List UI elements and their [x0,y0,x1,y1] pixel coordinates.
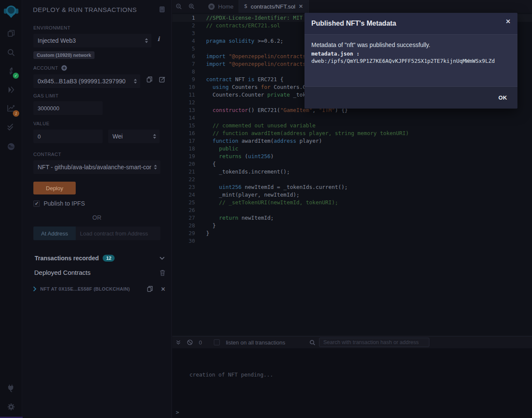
environment-value: Injected Web3 [38,37,147,44]
search-icon[interactable] [0,43,22,62]
code-line: 18 public [172,145,532,153]
publish-ipfs-checkbox[interactable] [33,200,40,207]
deploy-run-panel: DEPLOY & RUN TRANSACTIONS ENVIRONMENT In… [23,0,172,418]
plugin-manager-icon[interactable] [0,379,22,397]
icon-sidebar: ✓ 1 [0,0,22,418]
code-line: 28 } [172,222,532,230]
code-line: 17 function awardItem(address player) [172,137,532,145]
modal-title: Published NFT's Metadata [311,20,396,27]
network-badge: Custom (10920) network [33,51,95,59]
gas-limit-label: GAS LIMIT [33,93,171,98]
remix-home-icon [208,3,215,10]
code-line: 21 _tokenIds.increment(); [172,168,532,176]
select-arrows-icon [145,38,148,43]
clear-console-icon[interactable] [187,339,193,345]
value-unit: Wei [112,133,155,140]
account-value: 0x845...B1aB3 (999991.3297990 [38,78,136,85]
zoom-in-icon[interactable] [185,0,198,13]
environment-label: ENVIRONMENT [33,25,171,30]
file-explorer-icon[interactable] [0,24,22,43]
code-line: 23 uint256 newItemId = _tokenIds.current… [172,183,532,191]
terminal-search-icon [309,339,316,346]
tab-nft-sol[interactable]: S contracts/NFT.sol ✕ [239,0,309,13]
expand-terminal-icon[interactable] [176,340,181,345]
edit-account-icon[interactable] [159,76,166,83]
close-tab-icon[interactable]: ✕ [299,3,303,9]
remix-ide-app: ✓ 1 [0,0,532,418]
terminal-log-line: creation of NFT pending... [189,371,273,378]
code-line: 22 [172,176,532,183]
code-line: 30 [172,237,532,245]
code-line: 25 // _setTokenURI(newItemId, tokenURI); [172,199,532,206]
transactions-count-badge: 12 [103,255,115,262]
terminal-search-input[interactable] [319,338,429,347]
solidity-compiler-icon[interactable]: ✓ [0,62,22,80]
analysis-warning-badge: 1 [13,110,19,117]
modal-message: Metadata of "nft" was published successf… [311,41,511,48]
terminal-header: 0 listen on all transactions [172,336,532,348]
static-analysis-icon[interactable]: 1 [0,99,22,118]
value-label: VALUE [33,121,171,126]
compiler-success-badge: ✓ [13,73,19,79]
terminal-search-field [323,339,425,345]
code-line: 16 // function awardItem(address player,… [172,130,532,137]
transactions-recorded-label: Transactions recorded [35,255,99,262]
zoom-out-icon[interactable] [172,0,185,13]
settings-gear-icon[interactable] [0,397,22,416]
at-address-button[interactable]: At Address [33,227,76,240]
account-select[interactable]: 0x845...B1aB3 (999991.3297990 [33,74,140,88]
code-line: 27 return newItemId; [172,214,532,222]
gas-limit-value [38,105,98,112]
value-unit-select[interactable]: Wei [108,130,160,143]
contract-label: CONTRACT [33,152,171,157]
debugger-icon[interactable] [0,137,22,156]
unit-testing-icon[interactable] [0,118,22,136]
tab-home-label: Home [218,3,233,10]
chevron-down-icon[interactable] [160,256,165,260]
deployed-contract-label: NFT AT 0X15E...E558F (BLOCKCHAIN) [40,286,130,291]
listen-transactions-checkbox[interactable] [214,339,220,345]
copy-contract-icon[interactable] [147,286,153,292]
select-arrows-icon [134,79,137,84]
pending-tx-count: 0 [199,339,202,346]
modal-ok-button[interactable]: OK [499,94,508,101]
modal-close-icon[interactable]: ✕ [505,18,511,25]
remove-contract-icon[interactable]: ✕ [161,286,166,292]
tab-home[interactable]: Home [203,0,239,13]
terminal: 0 listen on all transactions creation of… [172,336,532,418]
deployed-contract-item[interactable]: NFT AT 0X15E...E558F (BLOCKCHAIN) ✕ [23,286,171,292]
docs-book-icon[interactable] [159,6,166,13]
environment-select[interactable]: Injected Web3 [33,34,151,47]
at-address-input[interactable] [76,227,160,240]
solidity-file-icon: S [244,3,247,9]
gas-limit-input[interactable] [33,101,103,115]
copy-account-icon[interactable] [146,76,153,83]
deployed-contracts-label: Deployed Contracts [34,269,91,276]
tab-bar: Home S contracts/NFT.sol ✕ [172,0,532,13]
select-arrows-icon [154,165,157,170]
code-line: 20 { [172,160,532,168]
panel-title: DEPLOY & RUN TRANSACTIONS [33,6,137,13]
deploy-button[interactable]: Deploy [33,182,76,194]
contract-select[interactable]: NFT - github/ava-labs/avalanche-smart-co… [33,160,160,174]
remix-logo-icon[interactable] [0,2,22,21]
modal-metadata-filename: metadata.json : [311,50,511,57]
value-amount [38,133,98,140]
code-line: 14 [172,114,532,122]
environment-info-icon[interactable]: i [157,35,160,42]
publish-ipfs-label: Publish to IPFS [44,200,85,207]
value-input[interactable] [33,130,103,143]
terminal-prompt[interactable]: > [176,409,179,415]
code-line: 24 _mint(player, newItemId); [172,191,532,199]
trash-icon[interactable] [160,269,166,276]
deploy-and-run-icon[interactable] [0,80,22,99]
contract-value: NFT - github/ava-labs/avalanche-smart-co… [38,164,156,171]
code-line: 15 // commented out unused variable [172,122,532,130]
add-account-icon[interactable] [61,65,67,71]
published-metadata-modal: Published NFT's Metadata ✕ Metadata of "… [304,13,517,109]
chevron-right-icon[interactable] [33,286,36,291]
code-line: 29} [172,230,532,237]
modal-ipfs-url: dweb:/ipfs/QmYL9P1Z7KE6AQvKJPFF52SX1p2TE… [311,58,511,64]
account-label: ACCOUNT [33,65,58,71]
tab-nft-sol-label: contracts/NFT.sol [251,3,295,10]
